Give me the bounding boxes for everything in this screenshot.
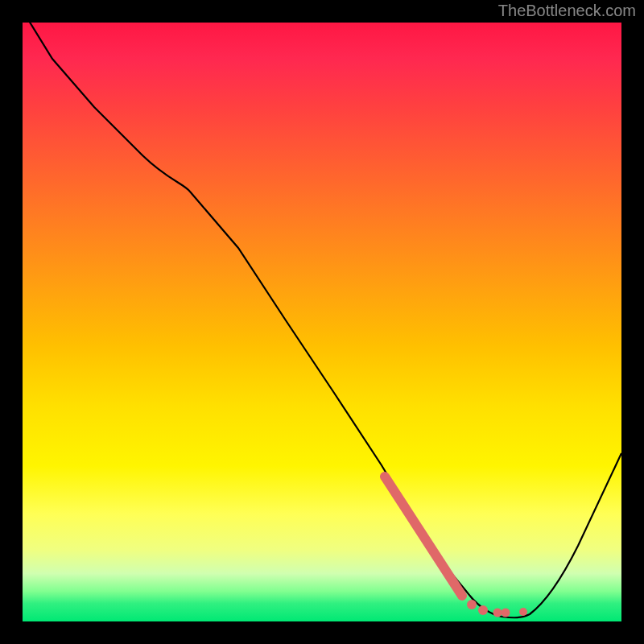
svg-point-1 (467, 600, 477, 609)
svg-point-2 (478, 605, 488, 615)
svg-point-4 (502, 609, 510, 617)
svg-line-0 (385, 477, 462, 596)
chart-container: TheBottleneck.com (0, 0, 644, 644)
svg-point-5 (519, 608, 527, 616)
chart-svg (23, 23, 621, 621)
watermark-text: TheBottleneck.com (498, 2, 636, 20)
bottleneck-curve-line (23, 23, 621, 617)
svg-point-3 (493, 609, 502, 617)
highlighted-segment (385, 477, 527, 617)
